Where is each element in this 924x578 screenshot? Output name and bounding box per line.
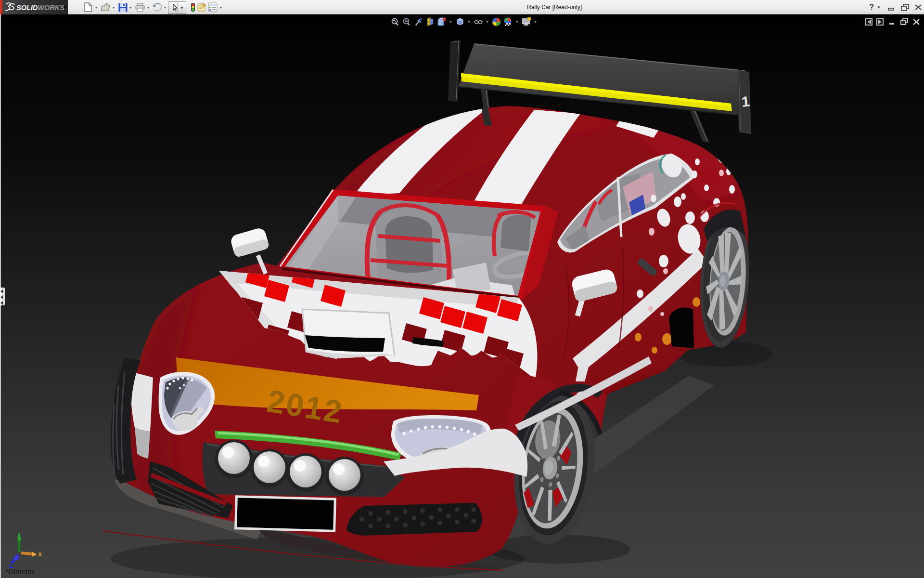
svg-text:1: 1 — [741, 93, 750, 110]
